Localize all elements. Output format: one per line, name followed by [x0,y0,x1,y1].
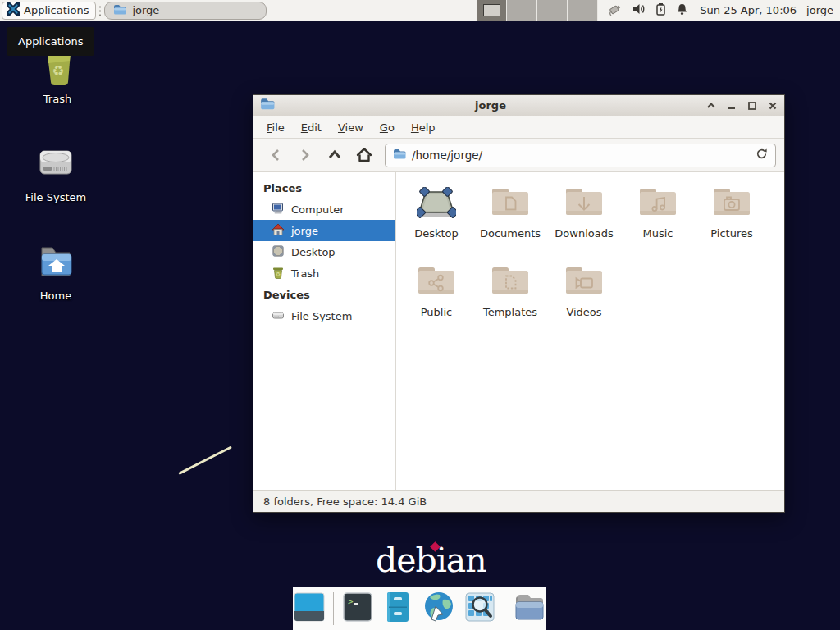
file-item-templates[interactable]: Templates [473,261,547,340]
minimize-button[interactable] [727,98,737,113]
app-finder-icon[interactable] [463,591,496,627]
menu-edit[interactable]: Edit [293,118,330,137]
dock-separator [504,592,504,625]
up-button[interactable] [321,144,349,167]
desktop-icon-label: File System [25,191,86,203]
sidebar-devices-header: Devices [253,284,395,305]
sidebar-item-label: Desktop [291,246,336,258]
workspace-switcher[interactable] [477,0,598,21]
file-item-label: Music [643,227,673,240]
clock[interactable]: Sun 25 Apr, 10:06 [700,4,797,16]
file-item-label: Downloads [555,227,613,240]
forward-button[interactable] [291,144,319,167]
file-item-label: Pictures [710,227,752,240]
workspace-4[interactable] [568,0,598,21]
computer-icon [272,202,285,217]
file-item-downloads[interactable]: Downloads [547,182,621,261]
file-cabinet-icon[interactable] [381,591,414,627]
web-browser-icon[interactable] [422,590,456,628]
location-bar[interactable]: /home/jorge/ [385,144,776,167]
battery-icon[interactable] [655,2,666,18]
file-manager-window: jorge File Edit View Go Help [253,94,785,513]
menu-go[interactable]: Go [372,118,403,137]
applications-tooltip: Applications [7,27,94,56]
sidebar-item-computer[interactable]: Computer [253,199,395,220]
home-folder-icon [33,238,79,287]
workspace-1[interactable] [477,0,507,21]
file-item-label: Videos [566,306,601,318]
file-item-label: Templates [483,306,537,318]
folder-share-icon [417,261,456,302]
user-menu[interactable]: jorge [806,4,833,16]
maximize-button[interactable] [747,98,757,113]
folder-music-icon [638,182,678,223]
svg-text:♻: ♻ [276,271,281,277]
menu-view[interactable]: View [330,118,372,137]
desktop-special-icon [417,182,456,223]
show-desktop-icon[interactable] [293,591,326,627]
file-item-label: Desktop [414,227,459,240]
path-text[interactable]: /home/jorge/ [412,148,750,162]
folder-camera-icon [712,182,751,223]
sidebar-item-label: Computer [291,203,345,216]
file-item-documents[interactable]: Documents [473,182,547,261]
desktop-icon-label: Home [40,290,71,302]
folder-download-icon [564,182,604,223]
home-icon [272,223,285,239]
bottom-dock: > [293,587,546,630]
terminal-icon[interactable]: > [341,591,374,627]
panel-drag-handle[interactable] [98,5,102,16]
sidebar-places-header: Places [253,177,395,199]
shade-button[interactable] [706,98,716,113]
drive-icon [272,308,285,324]
reload-icon[interactable] [756,148,768,163]
sidebar-item-file-system[interactable]: File System [253,305,395,326]
volume-icon[interactable] [632,2,646,18]
file-grid: Desktop Documents [396,172,784,490]
home-button[interactable] [350,144,378,167]
sidebar-item-jorge[interactable]: jorge [253,220,395,241]
sidebar-item-trash[interactable]: ♻ Trash [253,262,395,284]
applications-menu-button[interactable]: Applications [2,2,96,20]
folder-template-icon [491,261,530,302]
taskbar-window-label: jorge [132,4,159,16]
workspace-2[interactable] [507,0,537,21]
xfce-logo-icon [7,2,20,18]
sidebar-item-label: File System [291,310,352,322]
folder-icon [113,3,126,18]
statusbar: 8 folders, Free space: 14.4 GiB [253,490,784,512]
system-tray [608,2,688,18]
desktop-icon-label: Trash [43,93,71,105]
window-folder-icon [260,97,275,114]
file-item-pictures[interactable]: Pictures [695,182,769,261]
file-item-public[interactable]: Public [399,261,473,340]
svg-text:>: > [348,596,354,607]
menu-file[interactable]: File [258,118,293,137]
folder-icon[interactable] [511,591,546,627]
stray-line-artifact [178,445,232,474]
workspace-3[interactable] [537,0,568,21]
network-icon[interactable] [608,2,623,18]
statusbar-text: 8 folders, Free space: 14.4 GiB [263,495,427,508]
trash-icon: ♻ [272,266,285,281]
file-item-music[interactable]: Music [621,182,695,261]
file-item-desktop[interactable]: Desktop [399,182,473,261]
sidebar-item-desktop[interactable]: Desktop [253,241,395,262]
desktop-icon-file-system[interactable]: File System [8,139,103,203]
taskbar-window-button[interactable]: jorge [104,2,267,20]
svg-text:♻: ♻ [52,62,64,79]
desktop-icon-home[interactable]: Home [8,238,103,302]
toolbar: /home/jorge/ [253,139,784,172]
window-title: jorge [275,99,706,112]
back-button[interactable] [262,144,290,167]
applications-menu-label: Applications [24,4,89,16]
sidebar-item-label: Trash [291,267,319,280]
path-folder-icon [393,148,406,163]
harddrive-icon [33,139,79,189]
file-item-label: Documents [480,227,541,240]
notifications-bell-icon[interactable] [676,2,688,18]
file-item-videos[interactable]: Videos [547,261,621,340]
window-titlebar[interactable]: jorge [253,95,784,116]
menu-help[interactable]: Help [403,118,444,137]
close-button[interactable] [768,98,778,113]
